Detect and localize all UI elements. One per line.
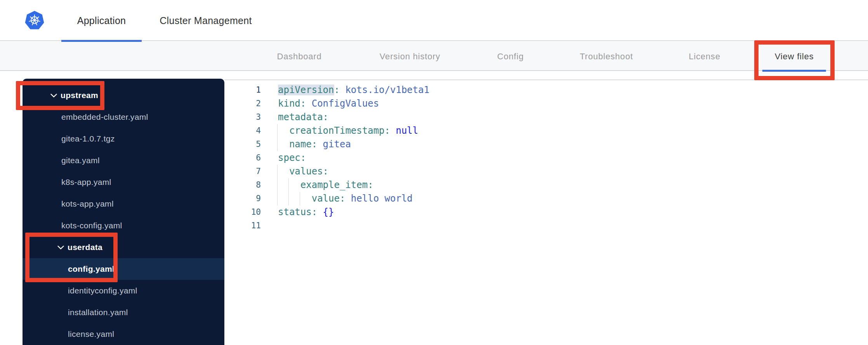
code-line: 5 name: gitea (224, 138, 868, 151)
file-label: gitea.yaml (61, 156, 100, 165)
indent-guide (288, 178, 289, 192)
code-line: 6 spec: (224, 151, 868, 165)
file-label: k8s-app.yaml (61, 178, 111, 187)
file-tree-folder-userdata[interactable]: userdata (23, 236, 224, 258)
tab-cluster-management-label: Cluster Management (160, 15, 252, 26)
active-subtab-underline (762, 70, 826, 72)
tab-dashboard-label: Dashboard (277, 52, 322, 62)
tab-license[interactable]: License (689, 42, 720, 71)
tab-config[interactable]: Config (497, 42, 524, 71)
chevron-down-icon (57, 245, 64, 250)
kubernetes-logo-icon (25, 11, 44, 30)
code-line: 11 (224, 219, 868, 233)
tab-dashboard[interactable]: Dashboard (277, 42, 322, 71)
tab-application-label: Application (77, 15, 126, 26)
file-label: embedded-cluster.yaml (61, 112, 148, 122)
code-line: 2 kind: ConfigValues (224, 97, 868, 110)
tab-troubleshoot-label: Troubleshoot (580, 52, 633, 62)
file-label: gitea-1.0.7.tgz (61, 134, 115, 143)
file-label: kots-app.yaml (61, 199, 114, 209)
indent-guide (277, 124, 278, 138)
yaml-value: hello world (351, 193, 413, 204)
file-tree-item-identityconfig-yaml[interactable]: identityconfig.yaml (23, 280, 224, 302)
file-label: installation.yaml (68, 308, 128, 317)
tab-version-history-label: Version history (380, 52, 440, 62)
yaml-key: spec (278, 152, 300, 163)
code-line: 1 apiVersion: kots.io/v1beta1 (224, 83, 868, 97)
tab-config-label: Config (497, 52, 524, 62)
yaml-key: values (278, 166, 323, 177)
indent-guide (277, 192, 278, 205)
yaml-key: kind (278, 98, 300, 109)
line-number: 4 (224, 124, 261, 138)
code-line: 9 value: hello world (224, 192, 868, 205)
indent-guide (277, 165, 278, 178)
yaml-value: gitea (323, 139, 351, 150)
indent-guide (277, 178, 278, 192)
indent-guide (277, 138, 278, 151)
code-line: 7 values: (224, 165, 868, 178)
tab-application[interactable]: Application (61, 0, 142, 41)
yaml-key: creationTimestamp (278, 125, 385, 136)
line-number: 11 (224, 219, 261, 233)
yaml-value: null (396, 125, 418, 136)
file-tree-folder-upstream[interactable]: upstream (23, 85, 224, 106)
yaml-key: value (278, 193, 340, 204)
file-tree-item-embedded-cluster-yaml[interactable]: embedded-cluster.yaml (23, 106, 224, 128)
yaml-key: apiVersion (278, 85, 334, 95)
file-label: kots-config.yaml (61, 221, 122, 230)
file-tree-item-kots-app-yaml[interactable]: kots-app.yaml (23, 193, 224, 215)
file-tree-item-license-yaml[interactable]: license.yaml (23, 323, 224, 345)
yaml-key: status (278, 207, 312, 217)
app-subnav: Dashboard Version history Config Trouble… (0, 42, 868, 71)
file-tree-item-k8s-app-yaml[interactable]: k8s-app.yaml (23, 171, 224, 193)
file-tree-item-config-yaml-selected[interactable]: config.yaml (23, 258, 224, 280)
top-bar: Application Cluster Management (0, 0, 868, 41)
line-number: 6 (224, 151, 261, 165)
indent-guide (300, 192, 300, 205)
folder-label: userdata (68, 243, 102, 252)
chevron-down-icon (50, 93, 57, 98)
kots-admin-console: Application Cluster Management Dashboard… (0, 0, 868, 345)
yaml-value: ConfigValues (312, 98, 379, 109)
file-tree-item-gitea-yaml[interactable]: gitea.yaml (23, 150, 224, 171)
tab-license-label: License (689, 52, 720, 62)
file-label: identityconfig.yaml (68, 286, 137, 295)
code-line: 4 creationTimestamp: null (224, 124, 868, 138)
file-tree-item-kots-config-yaml[interactable]: kots-config.yaml (23, 215, 224, 236)
tab-version-history[interactable]: Version history (380, 42, 440, 71)
code-line: 3 metadata: (224, 110, 868, 124)
tab-view-files[interactable]: View files (775, 42, 814, 71)
tab-cluster-management[interactable]: Cluster Management (154, 0, 257, 41)
yaml-key: name (278, 139, 312, 150)
file-label: config.yaml (68, 264, 115, 274)
line-number: 8 (224, 178, 261, 192)
line-number: 3 (224, 110, 261, 124)
code-line: 10 status: {} (224, 205, 868, 219)
file-tree-sidebar: upstream embedded-cluster.yaml gitea-1.0… (23, 79, 224, 345)
file-label: license.yaml (68, 329, 114, 339)
tab-troubleshoot[interactable]: Troubleshoot (580, 42, 633, 71)
folder-label: upstream (61, 91, 98, 100)
file-tree-item-gitea-tgz[interactable]: gitea-1.0.7.tgz (23, 128, 224, 150)
code-line: 8 example_item: (224, 178, 868, 192)
yaml-file-viewer: 1 apiVersion: kots.io/v1beta1 2 kind: Co… (224, 79, 868, 345)
yaml-value: kots.io/v1beta1 (345, 85, 429, 95)
tab-view-files-label: View files (775, 52, 814, 62)
file-tree-item-installation-yaml[interactable]: installation.yaml (23, 302, 224, 323)
yaml-value: {} (323, 207, 334, 217)
line-number: 9 (224, 192, 261, 205)
line-number: 2 (224, 97, 261, 110)
line-number: 7 (224, 165, 261, 178)
line-number: 5 (224, 138, 261, 151)
yaml-key: metadata (278, 112, 323, 122)
indent-guide (288, 192, 289, 205)
line-number: 10 (224, 205, 261, 219)
yaml-key: example_item (278, 179, 368, 190)
line-number: 1 (224, 83, 261, 97)
